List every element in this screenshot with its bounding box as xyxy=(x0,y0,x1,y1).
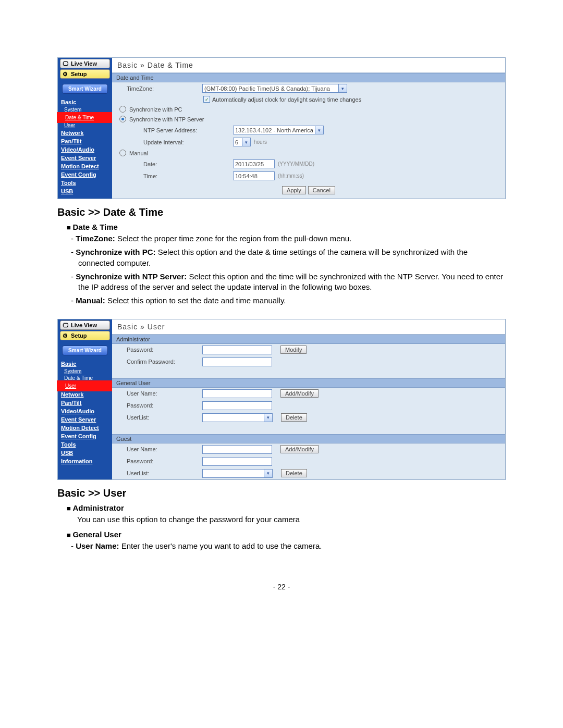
nav-network[interactable]: Network xyxy=(58,390,112,399)
gu-password-input[interactable] xyxy=(202,401,272,410)
nav-basic[interactable]: Basic xyxy=(58,98,112,106)
nav-event-server[interactable]: Event Server xyxy=(58,154,112,162)
dst-label: Automatically adjust clock for daylight … xyxy=(212,96,361,103)
apply-button[interactable]: Apply xyxy=(282,186,306,194)
date-input[interactable]: 2011/03/25 xyxy=(233,159,275,168)
doc-section-date-time: Basic >> Date & Time Date & Time TimeZon… xyxy=(57,206,506,306)
hours-hint: hours xyxy=(254,139,267,145)
nav-user[interactable]: User xyxy=(58,122,112,129)
guest-userlist-select[interactable] xyxy=(202,469,264,478)
radio-sync-pc[interactable] xyxy=(119,106,126,113)
dst-checkbox[interactable]: ✓ xyxy=(203,96,210,103)
confirm-password-label: Confirm Password: xyxy=(127,359,202,365)
timezone-label: TimeZone: xyxy=(127,85,202,92)
list-item: User Name: Enter the user's name you wan… xyxy=(78,541,506,551)
section-administrator: Administrator xyxy=(112,335,505,344)
admin-text: You can use this option to change the pa… xyxy=(77,514,506,525)
nav-motion-detect[interactable]: Motion Detect xyxy=(58,424,112,432)
manual-label: Manual xyxy=(129,150,148,156)
chevron-down-icon[interactable]: ▾ xyxy=(264,413,273,422)
setup-tab[interactable]: ⚙Setup xyxy=(60,331,110,340)
gear-icon: ⚙ xyxy=(63,332,69,339)
guest-password-input[interactable] xyxy=(202,457,272,466)
guest-username-label: User Name: xyxy=(127,446,202,452)
modify-button[interactable]: Modify xyxy=(280,346,307,354)
username-label: User Name: xyxy=(127,390,202,397)
guest-add-modify-button[interactable]: Add/Modify xyxy=(280,445,319,453)
heading-date-time: Basic >> Date & Time xyxy=(57,206,506,218)
screen-icon: 🖵 xyxy=(63,60,69,67)
live-view-tab[interactable]: 🖵Live View xyxy=(60,320,110,330)
chevron-down-icon[interactable]: ▾ xyxy=(338,84,347,93)
nav-tools[interactable]: Tools xyxy=(58,440,112,449)
ntp-address-label: NTP Server Address: xyxy=(143,127,233,133)
cancel-button[interactable]: Cancel xyxy=(308,186,335,194)
date-label: Date: xyxy=(143,161,233,167)
time-label: Time: xyxy=(143,173,233,179)
username-input[interactable] xyxy=(202,389,272,398)
date-hint: (YYYY/MM/DD) xyxy=(278,161,314,167)
page-number: - 22 - xyxy=(57,583,506,591)
smart-wizard-button[interactable]: Smart Wizard xyxy=(62,346,108,355)
radio-sync-ntp[interactable] xyxy=(119,116,126,122)
timezone-select[interactable]: (GMT-08:00) Pacific Time(US & Canada); T… xyxy=(202,84,339,93)
nav-date-time[interactable]: Date & Time xyxy=(58,113,112,122)
bullet-date-time: Date & Time xyxy=(67,223,506,231)
nav-tools[interactable]: Tools xyxy=(58,179,112,187)
setup-tab[interactable]: ⚙Setup xyxy=(60,69,110,79)
update-interval-select[interactable]: 6 xyxy=(233,138,242,146)
doc-section-user: Basic >> User Administrator You can use … xyxy=(57,487,506,552)
nav-pan-tilt[interactable]: Pan/Tilt xyxy=(58,399,112,407)
nav-event-config[interactable]: Event Config xyxy=(58,432,112,440)
guest-delete-button[interactable]: Delete xyxy=(281,469,307,477)
guest-userlist-label: UserList: xyxy=(127,470,202,476)
nav-pan-tilt[interactable]: Pan/Tilt xyxy=(58,137,112,145)
nav-usb[interactable]: USB xyxy=(58,449,112,457)
smart-wizard-button[interactable]: Smart Wizard xyxy=(62,84,108,94)
nav-usb[interactable]: USB xyxy=(58,187,112,195)
nav-motion-detect[interactable]: Motion Detect xyxy=(58,162,112,170)
nav-user[interactable]: User xyxy=(58,381,112,390)
nav-date-time[interactable]: Date & Time xyxy=(58,375,112,381)
time-hint: (hh:mm:ss) xyxy=(278,173,304,179)
confirm-password-input[interactable] xyxy=(202,357,272,366)
chevron-down-icon[interactable]: ▾ xyxy=(264,469,273,478)
update-interval-label: Update Interval: xyxy=(143,139,233,145)
nav-system[interactable]: System xyxy=(58,368,112,375)
list-item: TimeZone: Select the proper time zone fo… xyxy=(78,233,506,244)
list-item: Synchronize with PC: Select this option … xyxy=(78,247,506,268)
section-guest: Guest xyxy=(112,434,505,443)
userlist-label: UserList: xyxy=(127,414,202,421)
delete-button[interactable]: Delete xyxy=(281,413,307,422)
content-panel: Basic » Date & Time Date and Time TimeZo… xyxy=(112,58,505,199)
nav-video-audio[interactable]: Video/Audio xyxy=(58,407,112,415)
section-date-time: Date and Time xyxy=(112,73,505,82)
screenshot-user: 🖵Live View ⚙Setup Smart Wizard Basic Sys… xyxy=(57,319,506,480)
section-general-user: General User xyxy=(112,378,505,388)
nav-network[interactable]: Network xyxy=(58,129,112,137)
nav-information[interactable]: Information xyxy=(58,457,112,465)
nav-system[interactable]: System xyxy=(58,106,112,113)
sync-pc-label: Synchronize with PC xyxy=(129,106,182,113)
nav-basic[interactable]: Basic xyxy=(58,360,112,368)
gu-userlist-select[interactable] xyxy=(202,413,264,422)
live-view-tab[interactable]: 🖵Live View xyxy=(60,59,110,68)
gear-icon: ⚙ xyxy=(63,71,69,77)
nav-event-config[interactable]: Event Config xyxy=(58,170,112,179)
radio-manual[interactable] xyxy=(119,150,126,156)
ntp-address-select[interactable]: 132.163.4.102 - North America xyxy=(233,126,315,134)
breadcrumb: Basic » Date & Time xyxy=(112,58,505,73)
add-modify-button[interactable]: Add/Modify xyxy=(280,389,319,398)
guest-username-input[interactable] xyxy=(202,445,272,454)
bullet-general-user: General User xyxy=(67,530,506,539)
password-input[interactable] xyxy=(202,346,272,354)
bullet-administrator: Administrator xyxy=(67,503,506,512)
guest-password-label: Password: xyxy=(127,458,202,464)
chevron-down-icon[interactable]: ▾ xyxy=(242,138,251,146)
time-input[interactable]: 10:54:48 xyxy=(233,171,275,180)
nav-event-server[interactable]: Event Server xyxy=(58,415,112,424)
sync-ntp-label: Synchronize with NTP Server xyxy=(129,116,204,122)
nav-video-audio[interactable]: Video/Audio xyxy=(58,145,112,154)
screenshot-date-time: 🖵Live View ⚙Setup Smart Wizard Basic Sys… xyxy=(57,57,506,199)
chevron-down-icon[interactable]: ▾ xyxy=(315,126,324,134)
